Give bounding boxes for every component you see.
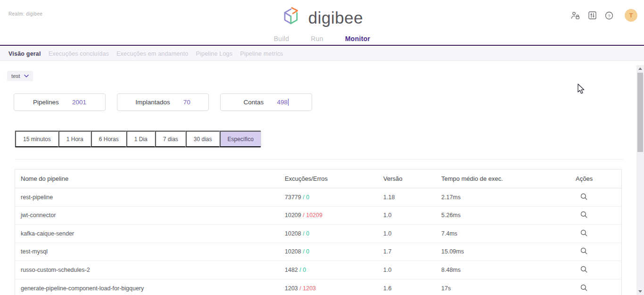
avg-exec-time: 7.4ms bbox=[441, 230, 576, 237]
stat-card-implantados: Implantados 70 bbox=[117, 93, 209, 111]
stat-card-pipelines: Pipelines 2001 bbox=[14, 93, 106, 111]
time-range-30-dias[interactable]: 30 dias bbox=[186, 131, 220, 147]
executions-errors: 1482 / 0 bbox=[285, 267, 383, 273]
text-caret bbox=[288, 99, 289, 106]
pipeline-version: 1.18 bbox=[383, 194, 441, 201]
main-nav: Build Run Monitor bbox=[274, 35, 371, 42]
table-row: jwt-connector10209 / 102091.05.26ms bbox=[15, 207, 621, 225]
subnav-item-pipeline-metrics[interactable]: Pipeline metrics bbox=[240, 51, 283, 57]
executions-errors: 10208 / 0 bbox=[285, 230, 383, 237]
digibee-cube-icon bbox=[281, 6, 303, 29]
search-icon[interactable] bbox=[580, 193, 587, 200]
search-icon[interactable] bbox=[580, 229, 587, 236]
scroll-down-arrow[interactable] bbox=[638, 290, 642, 293]
sliders-icon[interactable] bbox=[587, 10, 597, 21]
subnav-item-pipeline-logs[interactable]: Pipeline Logs bbox=[196, 51, 232, 57]
pipeline-version: 1.0 bbox=[383, 267, 441, 273]
logo-text: digibee bbox=[308, 9, 363, 26]
mouse-cursor bbox=[577, 84, 585, 95]
section-divider bbox=[15, 159, 623, 160]
table-header: Nome do pipeline Excuções/Erros Versão T… bbox=[15, 169, 621, 188]
column-header-nome: Nome do pipeline bbox=[21, 175, 285, 182]
stat-label: Contas bbox=[244, 99, 264, 106]
subnav-item-visao-geral[interactable]: Visão geral bbox=[8, 51, 41, 57]
pipelines-table: Nome do pipeline Excuções/Erros Versão T… bbox=[15, 169, 622, 295]
stat-card-contas: Contas 498 bbox=[220, 93, 312, 111]
monitor-subnav: Visão geral Execuções concluídas Execuçõ… bbox=[0, 47, 644, 61]
search-icon[interactable] bbox=[580, 211, 587, 218]
time-range-15-minutos[interactable]: 15 minutos bbox=[15, 131, 58, 147]
scroll-up-arrow[interactable] bbox=[638, 67, 642, 70]
avatar[interactable]: T bbox=[625, 9, 637, 22]
help-icon[interactable]: ? bbox=[604, 10, 614, 21]
executions-errors: 10208 / 0 bbox=[285, 248, 383, 255]
header-actions: ? T bbox=[570, 9, 637, 22]
tab-monitor[interactable]: Monitor bbox=[345, 35, 370, 42]
executions-errors: 10209 / 10209 bbox=[285, 212, 383, 219]
pipeline-version: 1.0 bbox=[383, 230, 441, 237]
table-row: rest-pipeline73779 / 01.182.17ms bbox=[15, 188, 621, 207]
tab-build[interactable]: Build bbox=[274, 35, 289, 42]
column-header-acoes: Ações bbox=[576, 175, 621, 182]
environment-select-value: test bbox=[11, 73, 20, 79]
pipeline-name: rest-pipeline bbox=[21, 194, 285, 201]
column-header-versao: Versão bbox=[383, 175, 441, 182]
time-range-6-horas[interactable]: 6 Horas bbox=[91, 131, 126, 147]
subnav-item-execucoes-concluidas[interactable]: Execuções concluídas bbox=[49, 51, 109, 57]
avg-exec-time: 2.17ms bbox=[441, 194, 576, 201]
row-actions bbox=[576, 193, 621, 202]
stat-value: 498 bbox=[277, 99, 289, 106]
executions-errors: 1203 / 1203 bbox=[285, 285, 383, 292]
table-row: russo-custom-schedules-21482 / 01.08.48m… bbox=[15, 261, 621, 279]
table-row: test-mysql10208 / 01.715.09ms bbox=[15, 243, 621, 261]
time-range-1-dia[interactable]: 1 Dia bbox=[126, 131, 155, 147]
search-icon[interactable] bbox=[580, 266, 587, 273]
column-header-tempo-medio: Tempo médio de exec. bbox=[441, 175, 576, 182]
time-range-1-hora[interactable]: 1 Hora bbox=[58, 131, 91, 147]
app-header: Realm: digibee digibee Build Run Monitor bbox=[0, 0, 644, 46]
avg-exec-time: 5.26ms bbox=[441, 212, 576, 219]
monitor-page: Realm: digibee digibee Build Run Monitor bbox=[0, 0, 644, 295]
tab-run[interactable]: Run bbox=[311, 35, 323, 42]
svg-text:?: ? bbox=[608, 13, 610, 18]
stat-label: Implantados bbox=[135, 99, 170, 106]
column-header-execucoes-erros: Excuções/Erros bbox=[285, 175, 383, 182]
time-range-especifico[interactable]: Específico bbox=[220, 131, 261, 147]
stat-value: 2001 bbox=[72, 99, 86, 106]
user-lock-icon[interactable] bbox=[570, 10, 580, 21]
executions-errors: 73779 / 0 bbox=[285, 194, 383, 201]
vertical-scrollbar[interactable] bbox=[636, 65, 644, 295]
pipeline-name: russo-custom-schedules-2 bbox=[21, 267, 285, 273]
stat-cards: Pipelines 2001 Implantados 70 Contas 498 bbox=[14, 93, 312, 111]
search-icon[interactable] bbox=[580, 247, 587, 254]
pipeline-name: test-mysql bbox=[21, 248, 285, 255]
row-actions bbox=[576, 266, 621, 274]
table-row: generate-pipeline-component-load-for-big… bbox=[15, 279, 621, 295]
subnav-item-execucoes-em-andamento[interactable]: Execuções em andamento bbox=[116, 51, 188, 57]
pipeline-version: 1.6 bbox=[383, 285, 441, 292]
table-row: kafka-caique-sender10208 / 01.07.4ms bbox=[15, 225, 621, 243]
table-body: rest-pipeline73779 / 01.182.17msjwt-conn… bbox=[15, 188, 621, 295]
row-actions bbox=[576, 284, 621, 293]
search-icon[interactable] bbox=[580, 284, 587, 291]
chevron-down-icon bbox=[24, 75, 29, 77]
digibee-logo: digibee bbox=[281, 6, 363, 29]
row-actions bbox=[576, 229, 621, 238]
scrollbar-thumb[interactable] bbox=[637, 73, 643, 152]
pipeline-version: 1.0 bbox=[383, 212, 441, 219]
stat-value: 70 bbox=[183, 99, 190, 106]
avg-exec-time: 17s bbox=[441, 285, 576, 292]
avg-exec-time: 8.48ms bbox=[441, 267, 576, 273]
row-actions bbox=[576, 247, 621, 256]
pipeline-name: kafka-caique-sender bbox=[21, 230, 285, 237]
realm-label: Realm: digibee bbox=[8, 11, 42, 17]
stat-label: Pipelines bbox=[33, 99, 59, 106]
row-actions bbox=[576, 211, 621, 219]
environment-select[interactable]: test bbox=[7, 71, 33, 81]
pipeline-name: generate-pipeline-component-load-for-big… bbox=[21, 285, 285, 292]
avg-exec-time: 15.09ms bbox=[441, 248, 576, 255]
time-range-group: 15 minutos 1 Hora 6 Horas 1 Dia 7 dias 3… bbox=[15, 130, 261, 148]
pipeline-name: jwt-connector bbox=[21, 212, 285, 219]
time-range-7-dias[interactable]: 7 dias bbox=[155, 131, 186, 147]
pipeline-version: 1.7 bbox=[383, 248, 441, 255]
